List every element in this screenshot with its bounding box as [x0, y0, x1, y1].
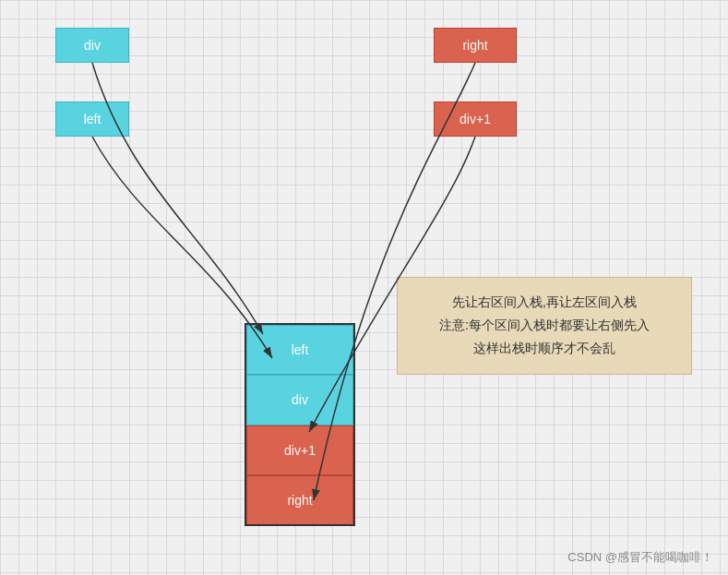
watermark: CSDN @感冒不能喝咖啡！: [567, 549, 713, 566]
note-line-1: 先让右区间入栈,再让左区间入栈: [412, 291, 676, 314]
note-box: 先让右区间入栈,再让左区间入栈 注意:每个区间入栈时都要让右侧先入 这样出栈时顺…: [397, 277, 692, 375]
stack-item-div: div: [246, 375, 353, 425]
stack-item-right: right: [246, 475, 353, 524]
note-line-3: 这样出栈时顺序才不会乱: [412, 337, 676, 360]
note-line-2: 注意:每个区间入栈时都要让右侧先入: [412, 314, 676, 337]
stack-container: left div div+1 right: [245, 323, 355, 526]
stack-item-left: left: [246, 325, 353, 375]
stack-item-divplus1: div+1: [246, 425, 353, 475]
divplus1-box-top: div+1: [434, 102, 517, 137]
right-box-top: right: [434, 28, 517, 63]
div-box-top-label: div: [84, 38, 101, 53]
left-box-top-label: left: [84, 112, 101, 126]
left-box-top: left: [55, 102, 129, 137]
divplus1-box-top-label: div+1: [459, 112, 491, 126]
right-box-top-label: right: [462, 38, 487, 53]
div-box-top: div: [55, 28, 129, 63]
